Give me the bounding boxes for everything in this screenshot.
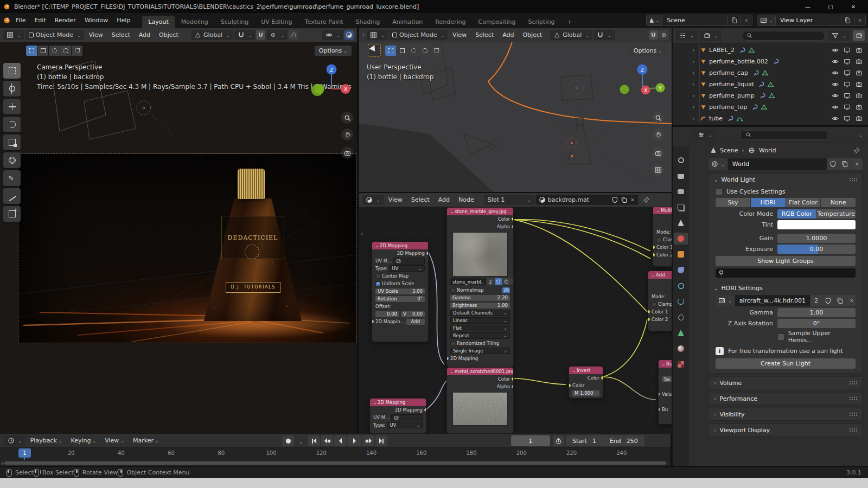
topbar-menu[interactable]: Help — [112, 15, 135, 25]
panel-header[interactable]: World Light — [709, 174, 862, 185]
light-type-button[interactable]: None — [821, 198, 856, 207]
end-frame-field[interactable]: End250 — [603, 435, 644, 446]
color1-input-socket[interactable] — [653, 245, 655, 249]
properties-tab[interactable] — [674, 154, 688, 166]
image-name[interactable]: stone_marbl.. — [450, 278, 486, 285]
workspace-tab[interactable]: Layout — [142, 16, 174, 28]
fake-user-shield-icon[interactable] — [827, 158, 839, 170]
hide-eye-icon[interactable] — [832, 58, 839, 65]
add-workspace-button[interactable]: + — [561, 16, 578, 28]
proportional-falloff-icon[interactable] — [289, 30, 298, 40]
shader-menu[interactable]: Add — [435, 195, 454, 204]
properties-tab[interactable] — [674, 280, 688, 292]
toolbar-tool-button[interactable] — [3, 152, 21, 168]
node-header[interactable]: Bu — [659, 360, 672, 368]
object-name[interactable]: perfume_top — [709, 104, 747, 111]
breadcrumb-scene[interactable]: Scene — [720, 147, 738, 154]
shader-menu[interactable]: View — [385, 195, 406, 204]
fake-user-shield-icon[interactable] — [495, 278, 502, 285]
color1-input-socket[interactable] — [648, 310, 650, 314]
properties-editor[interactable]: Scene World World World Light Use Cycles… — [673, 127, 868, 466]
copy-icon[interactable] — [621, 196, 628, 203]
node-header[interactable]: Add — [648, 271, 672, 279]
minimize-button[interactable]: — — [796, 0, 819, 13]
workspace-tab[interactable]: Modeling — [175, 16, 214, 28]
pin-icon[interactable] — [853, 147, 860, 154]
properties-tab[interactable] — [674, 358, 688, 370]
select-mode-box[interactable] — [397, 46, 407, 56]
bump-input-socket[interactable] — [658, 407, 661, 412]
select-mode-circle[interactable] — [408, 46, 419, 56]
color-mode-button[interactable]: Temperature — [817, 209, 856, 219]
toolbar-tool-button[interactable] — [3, 188, 21, 204]
properties-search[interactable] — [741, 130, 827, 140]
timeline-ruler[interactable]: 20 40 60 80 100 120 140 160 180 200 220 — [0, 448, 671, 460]
color-output-socket[interactable] — [511, 377, 514, 381]
alpha-output-socket[interactable] — [511, 384, 514, 389]
select-mode-tweak[interactable] — [26, 46, 37, 56]
select-mode-lasso[interactable] — [60, 46, 71, 56]
viewport-menu[interactable]: Object — [155, 30, 182, 40]
editor-type-button[interactable] — [362, 195, 384, 205]
playhead-line[interactable] — [24, 458, 25, 460]
fake-user-shield-icon[interactable] — [822, 295, 834, 306]
topbar-menu[interactable]: Edit — [30, 15, 50, 25]
scene-unlink-icon[interactable] — [741, 15, 752, 25]
light-group-bar[interactable] — [716, 268, 856, 278]
select-mode-box[interactable] — [37, 46, 48, 56]
uv-scale-slider[interactable]: UV Scale3.00 — [375, 288, 425, 294]
outliner-search[interactable] — [742, 31, 825, 41]
viewport-menu[interactable]: Add — [135, 30, 154, 40]
close-button[interactable]: ✕ — [842, 0, 865, 13]
properties-tab[interactable] — [674, 248, 688, 260]
timeline-scrollbar[interactable] — [4, 461, 666, 465]
viewport-disable-icon[interactable] — [844, 104, 851, 111]
properties-tab[interactable] — [674, 201, 688, 213]
prev-keyframe-button[interactable] — [321, 435, 333, 446]
properties-tab[interactable] — [674, 311, 688, 323]
center-map-checkbox[interactable] — [375, 274, 380, 279]
copy-icon[interactable] — [834, 295, 846, 306]
users-count[interactable]: 2 — [487, 278, 494, 285]
outliner-row[interactable]: perfume_bottle.002 — [673, 56, 868, 67]
offset-y-field[interactable]: V0.00 — [401, 311, 425, 317]
topbar-menu[interactable]: File — [11, 15, 30, 25]
properties-tab[interactable] — [674, 264, 688, 276]
transform-orientation[interactable]: Global — [550, 30, 592, 40]
hdri-file-name[interactable]: aircraft_w...4k.hdr.001 — [735, 295, 810, 306]
expand-arrow-icon[interactable] — [692, 104, 698, 111]
output-socket[interactable] — [424, 408, 426, 412]
snap-magnet-icon[interactable] — [256, 30, 265, 40]
proportional-editing-dropdown[interactable] — [266, 30, 288, 40]
node-stone-marble-texture[interactable]: stone_marble_grey.jpg Color Alpha stone_… — [446, 207, 514, 368]
output-socket[interactable] — [426, 251, 429, 255]
node-2d-mapping-1[interactable]: 2D Mapping 2D Mapping UV M... Type:UV Ce… — [372, 241, 429, 342]
sample-field[interactable]: Sa — [662, 376, 672, 382]
scene-icon[interactable] — [647, 15, 663, 25]
brightness-slider[interactable]: Brightness1.00 — [450, 303, 510, 309]
drag-grip-icon[interactable] — [849, 177, 857, 182]
extension-dropdown[interactable]: Repeat — [450, 332, 510, 339]
expand-arrow-icon[interactable] — [692, 58, 698, 65]
filter-dropdown[interactable] — [828, 30, 850, 41]
normalmap-checkbox[interactable] — [450, 288, 455, 293]
camera-view-icon[interactable] — [341, 147, 353, 159]
stopwatch-icon[interactable] — [553, 435, 564, 446]
snapping-dropdown[interactable] — [593, 30, 615, 40]
editor-type-button[interactable] — [367, 30, 388, 40]
transform-orientation[interactable]: Global — [191, 30, 233, 40]
copy-icon[interactable] — [503, 278, 510, 285]
workspace-tab[interactable]: Texture Paint — [299, 16, 349, 28]
unlink-icon[interactable] — [630, 196, 635, 203]
workspace-tab[interactable]: UV Editing — [255, 16, 298, 28]
light-type-button[interactable]: Flat Color — [786, 198, 821, 207]
viewport-disable-icon[interactable] — [844, 92, 851, 99]
copy-icon[interactable] — [839, 158, 851, 170]
shading-mode-icon[interactable] — [344, 30, 354, 40]
properties-tab[interactable] — [674, 185, 688, 197]
hide-eye-icon[interactable] — [832, 47, 839, 54]
node-bump[interactable]: Bu Sa Value Bu — [658, 359, 672, 425]
alpha-output-socket[interactable] — [511, 224, 514, 229]
panel-header[interactable]: Visibility — [709, 408, 862, 420]
workspace-tab[interactable]: Compositing — [473, 16, 522, 28]
